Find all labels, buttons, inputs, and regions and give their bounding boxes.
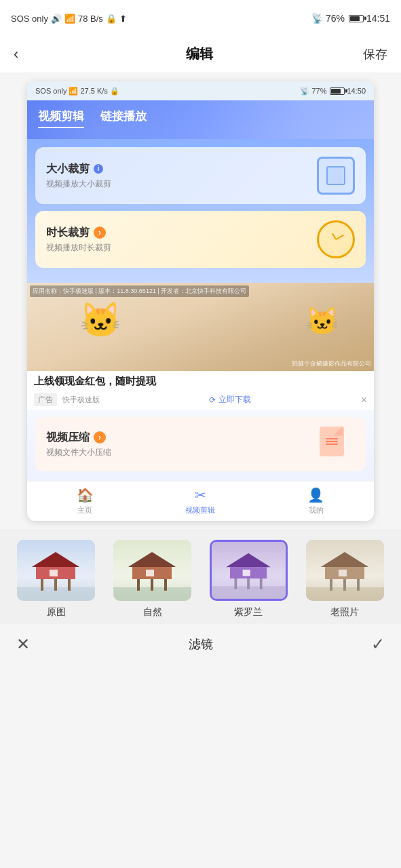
inner-signal-icon: 📶 [69,87,78,96]
filter-item-orig[interactable]: 原图 [8,540,104,618]
compress-icon [320,427,355,462]
tab-home-label: 主页 [77,505,92,515]
status-right: 📡 76% 14:51 [311,13,390,24]
speed-text: 78 B/s [78,14,103,24]
compress-section: 视频压缩 › 视频文件大小压缩 [27,410,374,481]
download-label: 立即下载 [218,394,251,406]
tab-video-label: 视频剪辑 [185,505,215,515]
filter-label-violet: 紫罗兰 [234,606,263,618]
inner-lock-icon: 🔒 [110,87,119,96]
bottom-tab-bar: 🏠 主页 ✂ 视频剪辑 👤 我的 [27,481,374,521]
upload-icon: ⬆ [119,14,127,24]
filter-section: 原图 [0,529,401,624]
inner-battery-percent: 77% [311,87,326,95]
clock-icon [317,220,355,258]
info-badge: i [94,164,103,174]
crop-size-subtitle: 视频播放大小裁剪 [46,178,111,190]
wifi-icon: 📶 [64,14,75,24]
crop-icon-box [317,157,355,195]
inner-status-bar: SOS only 📶 27.5 K/s 🔒 📡 77% 14:50 [27,81,374,100]
feature-cards: 大小裁剪 i 视频播放大小裁剪 时长裁剪 › [27,139,374,283]
cancel-button[interactable]: ✕ [16,635,30,654]
duration-crop-subtitle: 视频播放时长裁剪 [46,242,111,254]
svg-rect-31 [339,570,347,576]
battery-icon [349,15,364,22]
filter-label-old: 老照片 [330,606,359,618]
inner-signal-bars: 📡 [300,87,309,96]
main-content: SOS only 📶 27.5 K/s 🔒 📡 77% 14:50 视频剪辑 链… [0,81,401,670]
inner-time-display: 14:50 [347,87,366,95]
ad-overlay-text: 应用名称：快手极速版 | 版本：11.8.30.65121 | 开发者：北京快手… [30,285,249,297]
filter-thumb-violet [210,540,288,601]
tab-home[interactable]: 🏠 主页 [27,487,142,515]
ad-meta: 广告 快手极速版 [34,393,100,406]
ad-label: 广告 [34,393,57,406]
app-tabs: 视频剪辑 链接播放 [38,108,363,128]
signal-icon: 🔊 [51,14,62,24]
ad-banner: 应用名称：快手极速版 | 版本：11.8.30.65121 | 开发者：北京快手… [27,283,374,410]
inner-sos-text: SOS only [35,87,66,95]
confirm-button[interactable]: ✓ [371,635,385,654]
status-left: SOS only 🔊 📶 78 B/s 🔒 ⬆ [11,14,127,24]
compress-arrow: › [94,431,106,443]
top-nav: ‹ 编辑 保存 [0,35,401,73]
ad-watermark: 拍摄于金鳞摄影作品有限公司 [292,359,371,368]
tab-video-editor[interactable]: ✂ 视频剪辑 [142,487,258,515]
download-icon: ⟳ [209,395,216,405]
battery-percent: 76% [326,13,345,24]
duration-crop-card[interactable]: 时长裁剪 › 视频播放时长裁剪 [35,211,366,268]
back-button[interactable]: ‹ [14,45,35,63]
ad-info-bar: 广告 快手极速版 ⟳ 立即下载 × [27,389,374,410]
ad-close-button[interactable]: × [361,394,367,406]
phone-preview: SOS only 📶 27.5 K/s 🔒 📡 77% 14:50 视频剪辑 链… [27,81,374,521]
home-icon: 🏠 [77,487,94,503]
ad-advertiser: 快手极速版 [62,395,100,405]
storage-icon: 🔒 [106,14,117,24]
bottom-action-bar: ✕ 滤镜 ✓ [0,624,401,670]
tab-video-edit[interactable]: 视频剪辑 [38,108,84,128]
filter-title: 滤镜 [189,636,213,652]
filter-item-old[interactable]: 老照片 [297,540,393,618]
filter-item-violet[interactable]: 紫罗兰 [201,540,297,618]
inner-speed-text: 27.5 K/s [80,87,107,95]
inner-battery-icon [330,87,345,95]
tab-profile[interactable]: 👤 我的 [259,487,374,515]
compress-subtitle: 视频文件大小压缩 [46,447,111,458]
filter-thumb-old [306,540,384,601]
crop-size-title: 大小裁剪 [46,162,90,176]
app-header: 视频剪辑 链接播放 [27,100,374,139]
filter-item-natural[interactable]: 自然 [104,540,201,618]
clock-icon-box [317,220,355,258]
page-title: 编辑 [186,45,213,63]
filter-thumb-natural [113,540,191,601]
scissors-icon: ✂ [195,487,206,503]
cat-scene: 应用名称：快手极速版 | 版本：11.8.30.65121 | 开发者：北京快手… [27,283,374,371]
tab-link-play[interactable]: 链接播放 [100,108,147,128]
svg-rect-23 [243,570,250,576]
ad-image: 应用名称：快手极速版 | 版本：11.8.30.65121 | 开发者：北京快手… [27,283,374,371]
svg-rect-7 [50,570,58,576]
duration-crop-title: 时长裁剪 [46,226,90,240]
clock-minute-hand [336,235,344,240]
status-bar: SOS only 🔊 📶 78 B/s 🔒 ⬆ 📡 76% 14:51 [0,0,401,35]
sos-text: SOS only [11,14,48,24]
time-display: 14:51 [366,13,390,24]
crop-size-card[interactable]: 大小裁剪 i 视频播放大小裁剪 [35,147,366,204]
filter-thumb-orig [17,540,95,601]
tab-profile-label: 我的 [309,505,324,515]
svg-rect-15 [146,570,154,576]
compress-title: 视频压缩 [46,431,90,445]
save-button[interactable]: 保存 [363,46,387,62]
compress-file-icon [320,427,344,456]
ad-title-text: 上线领现金红包，随时提现 [27,371,374,389]
compress-card[interactable]: 视频压缩 › 视频文件大小压缩 [35,417,366,471]
filter-label-orig: 原图 [47,606,66,618]
filter-label-natural: 自然 [143,606,162,618]
ad-download-button[interactable]: ⟳ 立即下载 [209,394,251,406]
profile-icon: 👤 [307,487,324,503]
crop-icon [317,157,355,195]
signal-bars: 📡 [311,13,323,24]
arrow-badge: › [94,226,106,239]
crop-inner [326,166,345,185]
